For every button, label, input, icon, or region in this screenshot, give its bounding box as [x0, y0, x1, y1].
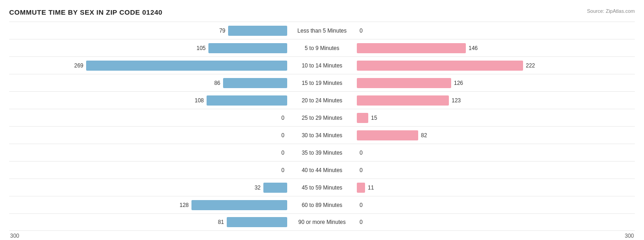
male-bar	[208, 43, 287, 53]
female-value: 126	[454, 80, 468, 86]
female-value: 222	[526, 62, 540, 69]
table-row: 035 to 39 Minutes0	[9, 144, 635, 161]
female-value: 82	[421, 132, 435, 139]
right-section: 0	[354, 148, 635, 158]
bar-label: 90 or more Minutes	[290, 219, 354, 225]
female-bar	[357, 95, 449, 106]
table-row: 8615 to 19 Minutes126	[9, 74, 635, 91]
female-value: 0	[360, 167, 373, 173]
female-value: 146	[469, 45, 482, 51]
table-row: 26910 to 14 Minutes222	[9, 56, 635, 74]
male-value: 0	[271, 132, 284, 139]
bar-label: 60 to 89 Minutes	[290, 202, 354, 208]
right-section: 0	[354, 26, 635, 36]
left-section: 108	[9, 95, 290, 106]
table-row: 1055 to 9 Minutes146	[9, 39, 635, 56]
female-bar	[357, 61, 523, 71]
axis-right: 300	[625, 233, 634, 239]
male-value: 79	[212, 28, 225, 34]
axis-left: 300	[10, 233, 19, 239]
table-row: 12860 to 89 Minutes0	[9, 196, 635, 213]
bar-label: 5 to 9 Minutes	[290, 45, 354, 51]
right-section: 123	[354, 95, 635, 106]
female-bar	[357, 113, 368, 123]
female-value: 0	[360, 202, 373, 208]
male-value: 269	[70, 62, 83, 69]
left-section: 0	[9, 113, 290, 123]
male-value: 86	[207, 80, 220, 86]
left-section: 86	[9, 78, 290, 88]
bar-label: 25 to 29 Minutes	[290, 115, 354, 121]
male-value: 0	[271, 167, 284, 173]
right-section: 15	[354, 113, 635, 123]
male-value: 128	[175, 202, 189, 208]
right-section: 82	[354, 130, 635, 140]
left-section: 0	[9, 165, 290, 175]
left-section: 81	[9, 217, 290, 227]
chart-title: COMMUTE TIME BY SEX IN ZIP CODE 01240	[9, 8, 635, 16]
table-row: 3245 to 59 Minutes11	[9, 179, 635, 196]
rows-wrapper: 79Less than 5 Minutes01055 to 9 Minutes1…	[9, 22, 635, 231]
male-bar	[227, 217, 287, 227]
left-section: 79	[9, 26, 290, 36]
source-label: Source: ZipAtlas.com	[587, 8, 635, 14]
left-section: 32	[9, 183, 290, 193]
left-section: 128	[9, 200, 290, 210]
male-value: 0	[271, 150, 284, 156]
female-bar	[357, 43, 466, 53]
right-section: 0	[354, 165, 635, 175]
table-row: 040 to 44 Minutes0	[9, 161, 635, 179]
left-section: 0	[9, 148, 290, 158]
bar-label: 40 to 44 Minutes	[290, 167, 354, 173]
male-bar	[191, 200, 287, 210]
female-value: 0	[360, 150, 373, 156]
male-bar	[263, 183, 287, 193]
bar-label: 35 to 39 Minutes	[290, 150, 354, 156]
female-value: 0	[360, 219, 373, 225]
female-value: 15	[371, 115, 385, 121]
bar-label: 30 to 34 Minutes	[290, 132, 354, 139]
female-bar	[357, 183, 365, 193]
left-section: 105	[9, 43, 290, 53]
male-value: 0	[271, 115, 284, 121]
right-section: 146	[354, 43, 635, 53]
axis-labels: 300 300	[9, 233, 635, 239]
table-row: 030 to 34 Minutes82	[9, 126, 635, 144]
right-section: 126	[354, 78, 635, 88]
bar-label: Less than 5 Minutes	[290, 28, 354, 34]
male-bar	[223, 78, 287, 88]
male-value: 32	[247, 184, 261, 191]
female-bar	[357, 130, 418, 140]
left-section: 0	[9, 130, 290, 140]
female-value: 123	[452, 97, 465, 104]
female-bar	[357, 78, 451, 88]
male-bar	[207, 95, 287, 106]
female-value: 0	[360, 28, 373, 34]
male-value: 81	[210, 219, 224, 225]
female-value: 11	[368, 184, 382, 191]
bar-label: 15 to 19 Minutes	[290, 80, 354, 86]
bar-label: 20 to 24 Minutes	[290, 97, 354, 104]
male-value: 105	[192, 45, 206, 51]
right-section: 0	[354, 217, 635, 227]
table-row: 10820 to 24 Minutes123	[9, 91, 635, 109]
male-bar	[86, 61, 287, 71]
male-value: 108	[190, 97, 204, 104]
male-bar	[228, 26, 287, 36]
bar-label: 45 to 59 Minutes	[290, 184, 354, 191]
table-row: 8190 or more Minutes0	[9, 213, 635, 231]
table-row: 025 to 29 Minutes15	[9, 109, 635, 126]
table-row: 79Less than 5 Minutes0	[9, 22, 635, 39]
left-section: 269	[9, 61, 290, 71]
chart-container: COMMUTE TIME BY SEX IN ZIP CODE 01240 So…	[0, 0, 644, 240]
bar-label: 10 to 14 Minutes	[290, 62, 354, 69]
right-section: 0	[354, 200, 635, 210]
right-section: 222	[354, 61, 635, 71]
right-section: 11	[354, 183, 635, 193]
